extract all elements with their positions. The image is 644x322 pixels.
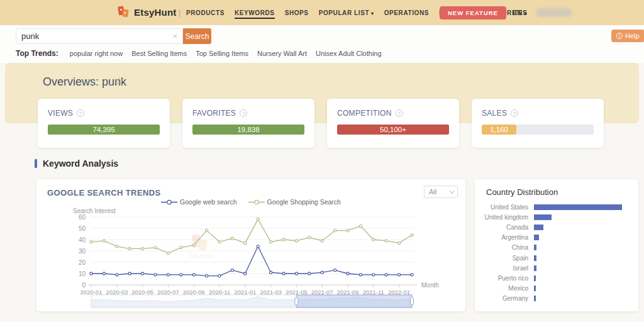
country-distribution-card: Country Distribution United StatesUnited… xyxy=(475,179,638,311)
chevron-down-icon: ▾ xyxy=(369,11,374,16)
svg-text:2020-05: 2020-05 xyxy=(131,289,153,296)
legend-label: Google Shopping Search xyxy=(267,198,341,206)
svg-text:2020-11: 2020-11 xyxy=(209,289,230,296)
metric-bar-value: 50,100+ xyxy=(337,125,449,135)
metric-label-row: COMPETITION? xyxy=(337,109,449,118)
nav-item-products[interactable]: PRODUCTS xyxy=(186,7,225,19)
svg-text:30: 30 xyxy=(79,248,86,255)
search-input[interactable] xyxy=(16,31,167,41)
country-row: Argentina xyxy=(475,233,632,243)
svg-text:2021-07: 2021-07 xyxy=(311,289,333,296)
country-row: United States xyxy=(475,202,632,212)
trend-link[interactable]: Best Selling Items xyxy=(131,50,187,57)
country-label: United kingdom xyxy=(475,214,534,221)
section-marker xyxy=(35,159,37,168)
country-bar xyxy=(534,286,536,291)
metric-bar-value: 19,838 xyxy=(192,125,304,135)
metric-label-row: SALES? xyxy=(482,109,594,118)
trends-filter-dropdown[interactable]: All xyxy=(424,186,458,198)
top-trends: Top Trends: popular right nowBest Sellin… xyxy=(16,49,382,58)
favorite-star-icon[interactable]: ☆ xyxy=(114,75,124,88)
datazoom-handle[interactable] xyxy=(411,297,414,305)
metric-card-competition: COMPETITION?50,100+ xyxy=(327,99,459,148)
metric-bar-track: 19,838 xyxy=(192,125,304,135)
top-navigation-bar: EtsyHunt | PRODUCTSKEYWORDSSHOPSPOPULAR … xyxy=(0,0,644,25)
svg-text:0: 0 xyxy=(82,282,86,289)
metric-bar-track: 74,395 xyxy=(48,125,160,135)
country-label: Mexico xyxy=(475,285,534,292)
trend-link[interactable]: Top Selling Items xyxy=(196,50,248,57)
country-bar xyxy=(534,225,543,230)
nav-item-keywords[interactable]: KEYWORDS xyxy=(235,7,275,19)
user-info-blurred[interactable] xyxy=(536,8,572,17)
new-feature-button[interactable]: NEW FEATURE xyxy=(440,6,506,19)
keyword-analysis-header: Keyword Analysis xyxy=(35,158,118,169)
svg-text:2020-03: 2020-03 xyxy=(106,289,128,296)
svg-text:Search Interest: Search Interest xyxy=(73,208,116,214)
metric-bar-track: 50,100+ xyxy=(337,125,449,135)
country-row: Puerto rico xyxy=(475,273,632,283)
svg-text:2021-05: 2021-05 xyxy=(286,289,308,296)
svg-text:2021-03: 2021-03 xyxy=(260,289,282,296)
svg-text:2021-01: 2021-01 xyxy=(234,289,256,296)
svg-text:60: 60 xyxy=(79,214,86,221)
metric-label-row: VIEWS? xyxy=(48,109,160,118)
chevron-down-icon xyxy=(449,188,454,193)
country-label: Israel xyxy=(475,265,534,272)
country-bar xyxy=(534,204,622,210)
question-circle-icon[interactable]: ? xyxy=(77,109,84,117)
svg-text:2020-07: 2020-07 xyxy=(157,289,179,296)
trend-link[interactable]: Nursery Wall Art xyxy=(257,50,307,57)
help-icon: ? xyxy=(616,33,623,39)
trend-link[interactable]: Unisex Adult Clothing xyxy=(316,50,382,57)
svg-text:40: 40 xyxy=(79,236,86,243)
question-circle-icon[interactable]: ? xyxy=(511,109,518,117)
svg-text:2020-09: 2020-09 xyxy=(183,289,205,296)
metric-card-views: VIEWS?74,395 xyxy=(38,99,170,148)
country-label: Puerto rico xyxy=(475,275,534,282)
metric-bar-track: 1,160 xyxy=(482,125,594,135)
nav-divider: | xyxy=(179,8,180,17)
search-section: × Search Top Trends: popular right nowBe… xyxy=(0,25,644,63)
datazoom-selected-window[interactable] xyxy=(296,295,412,308)
google-search-trends-card: 0102030405060Search InterestEtsyHunt2020… xyxy=(36,179,465,311)
country-row: Canada xyxy=(475,222,632,232)
search-button[interactable]: Search xyxy=(183,28,211,44)
clear-icon[interactable]: × xyxy=(167,31,182,41)
country-bars: United StatesUnited kingdomCanadaArgenti… xyxy=(475,202,632,304)
country-label: Canada xyxy=(475,224,534,231)
language-selector[interactable]: EN ▾ xyxy=(513,9,526,16)
etsyhunt-logo-icon xyxy=(116,5,130,19)
nav-item-shops[interactable]: SHOPS xyxy=(285,7,309,19)
legend-label: Google web search xyxy=(180,198,236,206)
brand-name: EtsyHunt xyxy=(134,7,176,18)
nav-item-operations[interactable]: OPERATIONS xyxy=(384,7,429,19)
svg-text:2022-01: 2022-01 xyxy=(388,289,410,296)
country-row: China xyxy=(475,243,632,253)
svg-text:10: 10 xyxy=(79,270,86,277)
legend-item[interactable]: Google Shopping Search xyxy=(248,198,341,206)
legend-marker-icon xyxy=(161,199,177,205)
country-row: Israel xyxy=(475,263,632,273)
metric-label: SALES xyxy=(482,109,507,118)
trend-link[interactable]: popular right now xyxy=(70,50,123,57)
nav-item-popular-list[interactable]: POPULAR LIST ▾ xyxy=(319,7,374,19)
country-row: Mexico xyxy=(475,284,632,294)
country-row: Spain xyxy=(475,253,632,263)
metric-label: VIEWS xyxy=(48,109,73,118)
country-bar xyxy=(534,255,536,261)
svg-text:2021-11: 2021-11 xyxy=(363,289,384,296)
trends-chart-title: GOOGLE SEARCH TRENDS xyxy=(47,188,161,197)
metric-card-sales: SALES?1,160 xyxy=(472,99,604,148)
brand[interactable]: EtsyHunt xyxy=(116,5,176,19)
legend-item[interactable]: Google web search xyxy=(161,198,236,206)
legend-marker-icon xyxy=(248,199,265,205)
help-button[interactable]: ? Help xyxy=(611,30,644,42)
svg-text:2020-01: 2020-01 xyxy=(80,289,103,296)
question-circle-icon[interactable]: ? xyxy=(396,109,403,117)
datazoom-handle[interactable] xyxy=(295,297,298,305)
country-label: Germany xyxy=(475,295,534,302)
question-circle-icon[interactable]: ? xyxy=(240,109,247,117)
country-label: Argentina xyxy=(475,234,534,241)
svg-text:Month: Month xyxy=(421,282,439,289)
